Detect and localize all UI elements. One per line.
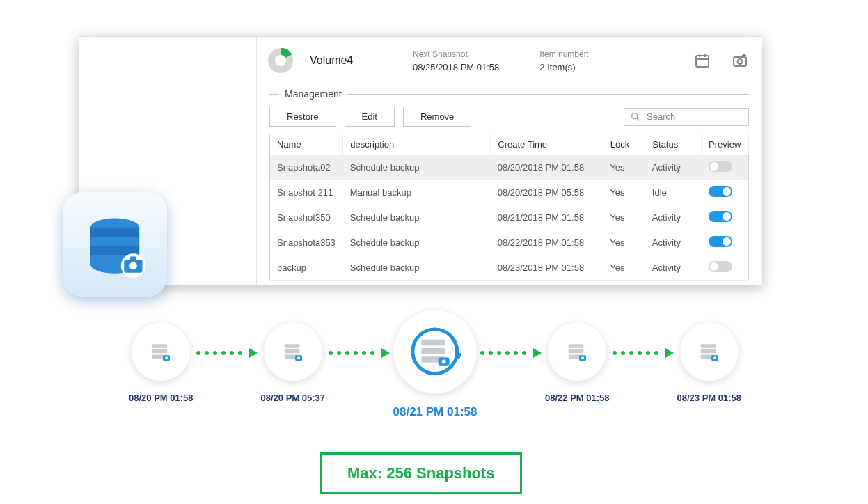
timeline-connector bbox=[321, 322, 397, 358]
cell-description: Manual backup bbox=[343, 180, 491, 205]
timeline-connector bbox=[606, 322, 681, 358]
timeline-node[interactable]: 08/23 PM 01:58 bbox=[677, 322, 741, 403]
table-row[interactable]: backupSchedule backup08/23/2018 PM 01:58… bbox=[270, 255, 749, 281]
main-panel: Volume4 Next Snapshot 08/25/2018 PM 01:5… bbox=[257, 37, 762, 285]
timeline-node[interactable]: 08/20 PM 01:58 bbox=[129, 322, 194, 403]
volume-pie-icon bbox=[264, 44, 297, 77]
timeline-label: 08/20 PM 01:58 bbox=[129, 393, 194, 403]
volume-name: Volume4 bbox=[310, 54, 400, 67]
snapshot-icon bbox=[263, 322, 323, 381]
item-number-value: 2 Item(s) bbox=[539, 62, 589, 72]
dotted-arrow-icon bbox=[329, 348, 390, 358]
timeline-connector bbox=[189, 322, 265, 358]
remove-button[interactable]: Remove bbox=[403, 107, 471, 127]
col-lock[interactable]: Lock bbox=[603, 134, 645, 155]
cell-description: Schedule backup bbox=[343, 205, 491, 230]
cell-description: Schedule backup bbox=[343, 155, 491, 180]
col-preview[interactable]: Preview bbox=[702, 134, 749, 155]
table-row[interactable]: Snapshota02Schedule backup08/20/2018 PM … bbox=[270, 155, 749, 180]
dotted-arrow-icon bbox=[196, 348, 258, 358]
table-header: Name description Create Time Lock Status… bbox=[270, 134, 749, 155]
next-snapshot-label: Next Snapshot bbox=[413, 49, 499, 59]
timeline-label: 08/23 PM 01:58 bbox=[677, 393, 741, 403]
cell-lock: Yes bbox=[603, 205, 645, 230]
svg-rect-30 bbox=[421, 348, 445, 354]
timeline-node[interactable]: 08/21 PM 01:58 bbox=[393, 322, 478, 419]
cell-preview bbox=[702, 180, 749, 205]
col-description[interactable]: description bbox=[343, 134, 491, 155]
svg-rect-6 bbox=[734, 57, 746, 66]
calendar-icon[interactable] bbox=[693, 52, 711, 70]
edit-button[interactable]: Edit bbox=[345, 107, 395, 127]
svg-rect-34 bbox=[569, 344, 583, 347]
max-snapshots-label: Max: 256 Snapshots bbox=[320, 452, 522, 494]
svg-point-21 bbox=[165, 356, 168, 359]
cell-lock: Yes bbox=[603, 255, 645, 281]
cell-name: Snapshot 211 bbox=[270, 180, 343, 205]
cell-name: Snapshota353 bbox=[270, 230, 343, 255]
snapshot-window: Volume4 Next Snapshot 08/25/2018 PM 01:5… bbox=[79, 36, 762, 285]
preview-toggle[interactable] bbox=[709, 161, 732, 172]
table-row[interactable]: Snapshota353Schedule backup08/22/2018 PM… bbox=[270, 230, 749, 255]
svg-rect-39 bbox=[700, 344, 715, 347]
svg-rect-15 bbox=[130, 257, 136, 262]
add-snapshot-icon[interactable] bbox=[731, 52, 749, 70]
cell-status: Activity bbox=[645, 255, 702, 281]
svg-point-7 bbox=[738, 59, 743, 64]
cell-status: Idle bbox=[645, 180, 702, 205]
cell-name: Snapshot350 bbox=[270, 205, 343, 230]
cell-lock: Yes bbox=[603, 230, 645, 255]
cell-name: backup bbox=[270, 255, 343, 281]
svg-point-43 bbox=[713, 356, 716, 359]
timeline-label: 08/22 PM 01:58 bbox=[545, 393, 610, 403]
table-row[interactable]: Snapshot350Schedule backup08/21/2018 PM … bbox=[270, 205, 749, 230]
cell-create-time: 08/22/2018 PM 01:58 bbox=[491, 230, 603, 255]
preview-toggle[interactable] bbox=[709, 261, 732, 272]
snapshot-restore-icon bbox=[393, 309, 478, 394]
col-create-time[interactable]: Create Time bbox=[491, 134, 603, 155]
cell-description: Schedule backup bbox=[343, 255, 491, 281]
preview-toggle[interactable] bbox=[709, 236, 732, 247]
preview-toggle[interactable] bbox=[709, 186, 732, 197]
cell-description: Schedule backup bbox=[343, 230, 491, 255]
svg-rect-17 bbox=[152, 344, 167, 347]
management-panel: Management Restore Edit Remove Name bbox=[269, 88, 749, 281]
cell-create-time: 08/21/2018 PM 01:58 bbox=[491, 205, 603, 230]
cell-status: Activity bbox=[645, 230, 702, 255]
cell-status: Activity bbox=[645, 155, 702, 180]
cell-create-time: 08/23/2018 PM 01:58 bbox=[491, 255, 603, 281]
table-row[interactable]: Snapshot 211Manual backup08/20/2018 PM 0… bbox=[270, 180, 749, 205]
timeline-node[interactable]: 08/20 PM 05:37 bbox=[261, 322, 326, 403]
cell-lock: Yes bbox=[603, 155, 645, 180]
search-icon bbox=[630, 111, 641, 123]
col-name[interactable]: Name bbox=[270, 134, 343, 155]
svg-point-33 bbox=[442, 360, 446, 364]
svg-point-10 bbox=[632, 113, 638, 118]
dotted-arrow-icon bbox=[613, 348, 674, 358]
item-number-block: Item number: 2 Item(s) bbox=[539, 49, 589, 72]
svg-point-1 bbox=[275, 55, 286, 66]
cell-preview bbox=[702, 155, 749, 180]
search-box[interactable] bbox=[624, 108, 749, 126]
cell-create-time: 08/20/2018 PM 05:58 bbox=[491, 180, 603, 205]
snapshot-icon bbox=[131, 322, 191, 381]
dotted-arrow-icon bbox=[480, 348, 542, 358]
timeline-connector bbox=[473, 322, 549, 358]
snapshot-icon bbox=[547, 322, 607, 381]
panel-title: Management bbox=[269, 88, 749, 100]
next-snapshot-block: Next Snapshot 08/25/2018 PM 01:58 bbox=[413, 49, 499, 72]
svg-rect-35 bbox=[569, 349, 583, 353]
timeline-label: 08/20 PM 05:37 bbox=[261, 393, 326, 403]
search-input[interactable] bbox=[647, 111, 743, 122]
svg-line-11 bbox=[637, 118, 639, 120]
restore-button[interactable]: Restore bbox=[269, 107, 336, 127]
next-snapshot-value: 08/25/2018 PM 01:58 bbox=[413, 62, 499, 72]
preview-toggle[interactable] bbox=[709, 211, 732, 222]
timeline-node[interactable]: 08/22 PM 01:58 bbox=[545, 322, 610, 403]
item-number-label: Item number: bbox=[539, 49, 589, 59]
svg-rect-22 bbox=[284, 344, 299, 347]
snapshot-table: Name description Create Time Lock Status… bbox=[269, 134, 749, 281]
col-status[interactable]: Status bbox=[645, 134, 702, 155]
toolbar: Restore Edit Remove bbox=[269, 107, 749, 127]
svg-rect-18 bbox=[152, 349, 167, 353]
